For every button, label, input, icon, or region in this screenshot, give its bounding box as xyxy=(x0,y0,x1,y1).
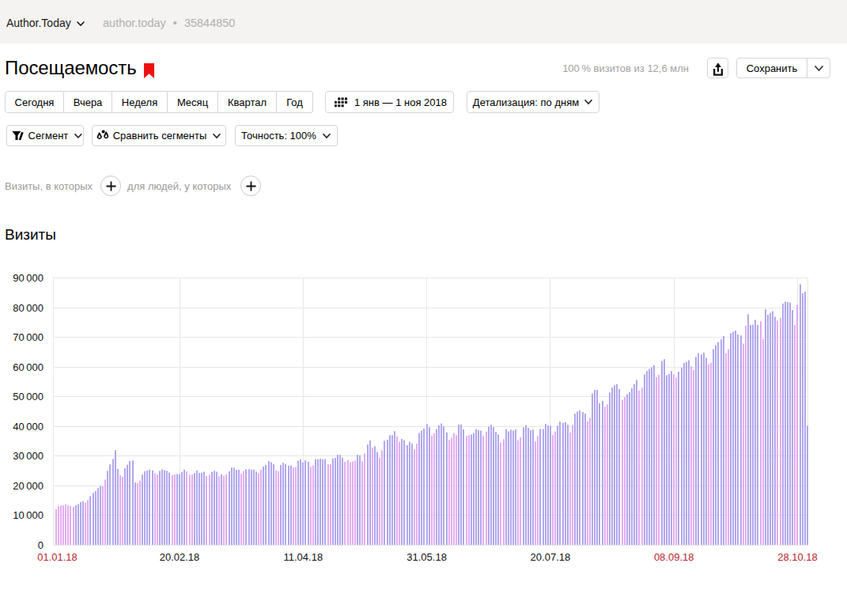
svg-text:08.09.18: 08.09.18 xyxy=(654,551,694,563)
svg-text:30 000: 30 000 xyxy=(13,450,43,462)
svg-text:50 000: 50 000 xyxy=(13,391,43,402)
svg-text:20.02.18: 20.02.18 xyxy=(160,551,200,563)
svg-text:28.10.18: 28.10.18 xyxy=(777,551,818,563)
svg-text:90 000: 90 000 xyxy=(13,272,43,284)
svg-text:70 000: 70 000 xyxy=(13,331,43,343)
svg-text:01.01.18: 01.01.18 xyxy=(37,551,78,563)
svg-text:10 000: 10 000 xyxy=(13,509,43,521)
svg-text:20.07.18: 20.07.18 xyxy=(531,551,571,563)
svg-text:31.05.18: 31.05.18 xyxy=(406,551,447,563)
svg-text:20 000: 20 000 xyxy=(13,480,43,492)
svg-text:80 000: 80 000 xyxy=(13,302,43,314)
svg-text:11.04.18: 11.04.18 xyxy=(283,551,323,563)
svg-text:0: 0 xyxy=(38,539,43,551)
svg-text:60 000: 60 000 xyxy=(13,361,43,373)
svg-text:40 000: 40 000 xyxy=(13,421,43,433)
